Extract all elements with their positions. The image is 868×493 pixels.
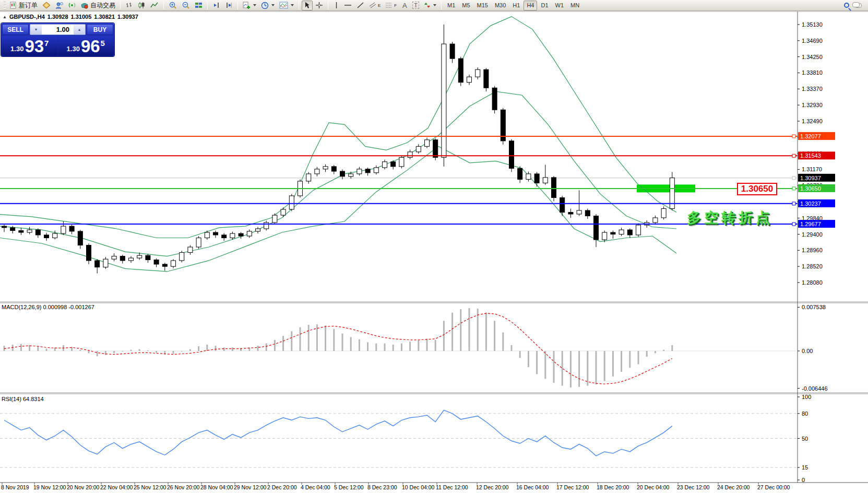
svg-text:1.34250: 1.34250 [802,54,823,60]
cursor-icon [304,2,311,9]
buy-button[interactable]: BUY [87,24,113,35]
svg-text:4 Dec 04:00: 4 Dec 04:00 [301,484,330,490]
zoom-in-icon [169,2,177,9]
timeframe-label: M15 [477,2,488,8]
new-order-button[interactable]: 新订单 [8,1,40,10]
signal-button[interactable] [66,1,78,10]
line-chart-button[interactable] [148,1,161,10]
vertical-line-button[interactable] [331,1,341,10]
chip-icon [42,2,51,9]
svg-text:5 Dec 12:00: 5 Dec 12:00 [334,484,364,490]
bar-chart-button[interactable] [123,1,135,10]
timeframe-h4-button[interactable]: H4 [524,1,537,10]
volume-decrease-button[interactable]: ▾ [30,25,42,34]
search-icon[interactable] [844,3,849,8]
indicators-icon [243,2,251,9]
toolbar-separator [207,1,208,9]
autotrade-button[interactable]: 自动交易 [78,1,117,10]
vertical-line-icon [334,2,339,9]
timeframe-label: W1 [555,2,564,8]
svg-text:17 Dec 12:00: 17 Dec 12:00 [556,484,589,490]
timeframe-label: D1 [541,2,548,8]
timeframe-w1-button[interactable]: W1 [552,1,567,10]
svg-text:20 Dec 04:00: 20 Dec 04:00 [637,484,670,490]
timeframe-m30-button[interactable]: M30 [492,1,509,10]
timeframe-h1-button[interactable]: H1 [509,1,523,10]
signal-icon [68,2,76,9]
periods-button[interactable] [259,1,277,10]
equidistant-channel-button[interactable]: E [367,1,383,10]
timeframe-label: H1 [513,2,520,8]
turning-point-annotation[interactable]: 多空转折点 [687,208,773,227]
chart-shift-button[interactable] [223,1,235,10]
ohlc-low: 1.30821 [94,14,115,20]
ohlc-open: 1.30928 [47,14,68,20]
cursor-button[interactable] [302,1,313,10]
sell-button[interactable]: SELL [2,24,29,35]
sell-price-pip: 7 [44,39,49,48]
auto-scroll-icon [212,2,220,9]
toolbar-separator [441,1,442,9]
timeframe-d1-button[interactable]: D1 [538,1,551,10]
text-label-button[interactable]: T [410,1,421,10]
horizontal-line-button[interactable] [342,1,354,10]
timeframe-label: H4 [527,2,534,8]
symbol-info: ▲ GBPUSD-,H4 1.30928 1.31005 1.30821 1.3… [3,14,138,20]
autotrade-label: 自动交易 [90,1,115,10]
svg-text:1.30937: 1.30937 [800,175,821,181]
timeframe-mn-button[interactable]: MN [567,1,582,10]
community-icon [55,2,64,9]
tile-windows-icon [195,2,203,9]
crosshair-button[interactable] [313,1,325,10]
zoom-out-icon [182,2,190,9]
buy-price-button[interactable]: 1.30 96 5 [58,36,114,55]
volume-input[interactable]: 1.00 [42,25,74,34]
fibonacci-button[interactable]: F [383,1,399,10]
candlestick-button[interactable] [136,1,148,10]
svg-text:1.32490: 1.32490 [802,118,823,124]
text-label-icon: T [412,2,419,9]
zoom-out-button[interactable] [180,1,192,10]
svg-text:22 Nov 04:00: 22 Nov 04:00 [100,484,133,490]
sell-label: SELL [7,26,23,33]
timeframe-m15-button[interactable]: M15 [474,1,491,10]
timeframe-m1-button[interactable]: M1 [444,1,458,10]
trendline-button[interactable] [354,1,366,10]
toolbar-separator [120,1,121,9]
clock-icon [261,2,269,9]
dropdown-caret [291,4,294,6]
arrows-button[interactable] [422,1,438,10]
svg-text:18 Dec 20:00: 18 Dec 20:00 [597,484,629,490]
symbol-name: GBPUSD-,H4 [9,14,45,20]
svg-text:10 Dec 04:00: 10 Dec 04:00 [402,484,435,490]
channel-icon [369,2,376,8]
timeframe-label: M1 [447,2,455,8]
svg-text:26 Nov 20:00: 26 Nov 20:00 [167,484,200,490]
text-button[interactable]: A [399,1,410,10]
indicators-button[interactable] [241,1,258,10]
svg-text:1.34690: 1.34690 [802,38,823,44]
community-button[interactable] [53,1,66,10]
fibonacci-icon [385,2,393,8]
svg-text:1.31543: 1.31543 [800,152,821,159]
fibonacci-letter: F [394,3,397,8]
chip-button[interactable] [40,1,53,10]
price-level-textbox[interactable]: 1.30650 [737,183,777,195]
tile-windows-button[interactable] [193,1,205,10]
svg-text:-0.006446: -0.006446 [802,385,828,392]
templates-button[interactable] [277,1,296,10]
toolbar-separator [299,1,299,9]
auto-scroll-button[interactable] [210,1,222,10]
timeframe-m5-button[interactable]: M5 [459,1,473,10]
chat-icon[interactable] [854,3,862,8]
volume-increase-button[interactable]: ▴ [74,25,85,34]
sell-price-prefix: 1.30 [10,45,23,53]
collapse-icon[interactable]: ▲ [3,15,7,19]
zoom-in-button[interactable] [167,1,179,10]
buy-price-main: 96 [81,38,100,55]
toolbar-separator [328,1,328,9]
chart-canvas[interactable]: 1.351301.346901.342501.338101.333701.329… [0,0,868,493]
sell-price-button[interactable]: 1.30 93 7 [2,36,57,55]
svg-text:1.28080: 1.28080 [802,279,823,286]
svg-text:100: 100 [802,394,811,400]
